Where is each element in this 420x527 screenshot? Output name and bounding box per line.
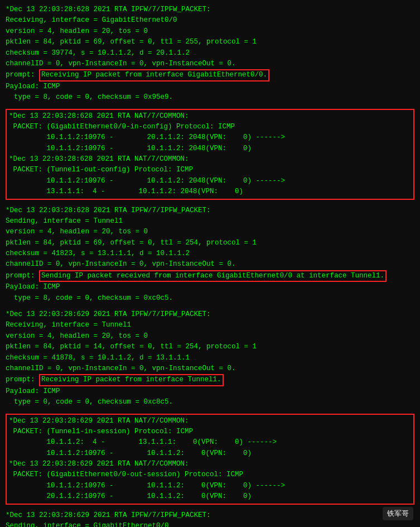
log-line: *Dec 13 22:03:28:629 2021 RTA NAT/7/COMM… — [9, 416, 411, 427]
log-line: *Dec 13 22:03:28:629 2021 RTA NAT/7/COMM… — [9, 459, 411, 469]
terminal-window: *Dec 13 22:03:28:628 2021 RTA IPFW/7/IPF… — [0, 0, 420, 527]
prompt-line: prompt: Receiving IP packet from interfa… — [6, 374, 414, 386]
log-block-5-highlighted: *Dec 13 22:03:28:629 2021 RTA NAT/7/COMM… — [6, 414, 414, 505]
log-line: Payload: ICMP — [6, 386, 414, 397]
log-line: Sending, interface = Tunnel1 — [6, 216, 414, 227]
highlight-prompt: Sending IP packet received from interfac… — [39, 270, 387, 282]
log-line: *Dec 13 22:03:28:629 2021 RTA IPFW/7/IPF… — [6, 510, 414, 521]
log-block-2-highlighted: *Dec 13 22:03:28:628 2021 RTA NAT/7/COMM… — [6, 109, 414, 200]
log-line: *Dec 13 22:03:28:628 2021 RTA IPFW/7/IPF… — [6, 4, 414, 15]
log-line: checksum = 41823, s = 13.1.1.1, d = 10.1… — [6, 248, 414, 259]
log-line: 10.1.1.2:10976 - 20.1.1.2: 2048(VPN: 0) … — [9, 132, 411, 143]
log-line: channelID = 0, vpn-InstanceIn = 0, vpn-I… — [6, 259, 414, 270]
log-line: 20.1.1.2:10976 - 10.1.1.2: 0(VPN: 0) — [9, 491, 411, 502]
log-line: type = 8, code = 0, checksum = 0xc0c5. — [6, 293, 414, 304]
log-line: Payload: ICMP — [6, 82, 414, 92]
log-block-1: *Dec 13 22:03:28:628 2021 RTA IPFW/7/IPF… — [6, 4, 414, 103]
log-line: 10.1.1.2:10976 - 10.1.1.2: 0(VPN: 0) — [9, 448, 411, 459]
log-line: version = 4, headlen = 20, tos = 0 — [6, 331, 414, 342]
prompt-line: prompt: Receiving IP packet from interfa… — [6, 69, 414, 82]
log-line: type = 8, code = 0, checksum = 0x95e9. — [6, 92, 414, 103]
log-line: Receiving, interface = Tunnel1 — [6, 320, 414, 330]
highlight-prompt: Receiving IP packet from interface Tunne… — [39, 374, 224, 386]
log-line: *Dec 13 22:03:28:628 2021 RTA NAT/7/COMM… — [9, 154, 411, 165]
log-line: Payload: ICMP — [6, 282, 414, 293]
log-line: PACKET: (GigabitEthernet0/0-out-session)… — [9, 469, 411, 480]
log-line: type = 0, code = 0, checksum = 0xc8c5. — [6, 397, 414, 408]
log-line: 13.1.1.1: 4 - 10.1.1.2: 2048(VPN: 0) — [9, 186, 411, 197]
log-line: Sending, interface = GigabitEthernet0/0 — [6, 521, 414, 527]
log-line: version = 4, headlen = 20, tos = 0 — [6, 227, 414, 237]
log-block-4: *Dec 13 22:03:28:629 2021 RTA IPFW/7/IPF… — [6, 309, 414, 408]
log-line: *Dec 13 22:03:28:629 2021 RTA IPFW/7/IPF… — [6, 309, 414, 320]
log-line: 10.1.1.2:10976 - 10.1.1.2: 2048(VPN: 0) — [9, 143, 411, 154]
log-line: version = 4, headlen = 20, tos = 0 — [6, 26, 414, 37]
log-line: checksum = 41878, s = 10.1.1.2, d = 13.1… — [6, 353, 414, 363]
log-line: *Dec 13 22:03:28:628 2021 RTA NAT/7/COMM… — [9, 111, 411, 122]
log-line: channelID = 0, vpn-InstanceIn = 0, vpn-I… — [6, 363, 414, 374]
log-line: PACKET: (GigabitEthernet0/0-in-config) P… — [9, 122, 411, 132]
log-line: pktlen = 84, pktid = 69, offset = 0, ttl… — [6, 238, 414, 248]
watermark-label: 铁军哥 — [383, 507, 413, 520]
log-line: pktlen = 84, pktid = 14, offset = 0, ttl… — [6, 342, 414, 352]
log-block-6: *Dec 13 22:03:28:629 2021 RTA IPFW/7/IPF… — [6, 510, 414, 528]
log-line: Receiving, interface = GigabitEthernet0/… — [6, 15, 414, 26]
log-line: 10.1.1.2: 4 - 13.1.1.1: 0(VPN: 0) ------… — [9, 437, 411, 448]
highlight-prompt: Receiving IP packet from interface Gigab… — [39, 69, 269, 82]
log-line: 10.1.1.2:10976 - 10.1.1.2: 0(VPN: 0) ---… — [9, 481, 411, 491]
log-line: PACKET: (Tunnel1-in-session) Protocol: I… — [9, 427, 411, 437]
log-line: pktlen = 84, pktid = 69, offset = 0, ttl… — [6, 37, 414, 47]
log-line: 10.1.1.2:10976 - 10.1.1.2: 2048(VPN: 0) … — [9, 176, 411, 186]
log-line: checksum = 39774, s = 10.1.1.2, d = 20.1… — [6, 48, 414, 59]
prompt-line: prompt: Sending IP packet received from … — [6, 270, 414, 282]
log-line: channelID = 0, vpn-InstanceIn = 0, vpn-I… — [6, 59, 414, 69]
log-line: PACKET: (Tunnel1-out-config) Protocol: I… — [9, 165, 411, 175]
log-line: *Dec 13 22:03:28:628 2021 RTA IPFW/7/IPF… — [6, 205, 414, 216]
log-block-3: *Dec 13 22:03:28:628 2021 RTA IPFW/7/IPF… — [6, 205, 414, 304]
